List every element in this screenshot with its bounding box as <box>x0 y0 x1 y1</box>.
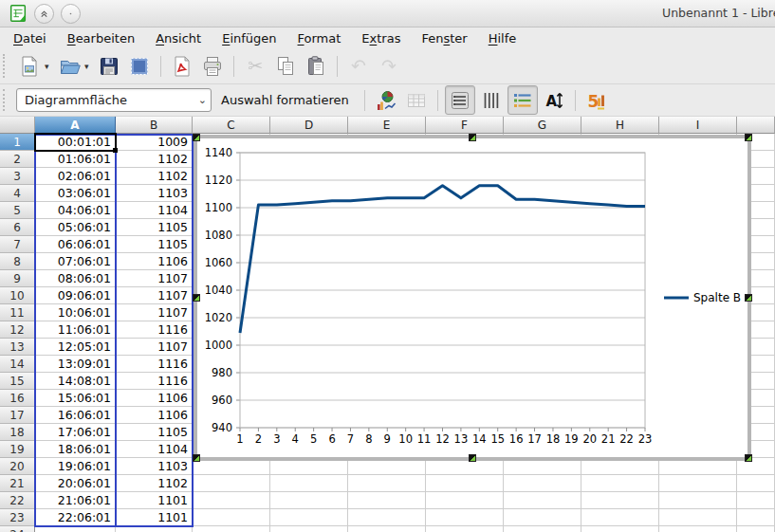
row-header-14[interactable]: 14 <box>0 356 35 373</box>
row-header-17[interactable]: 17 <box>0 407 35 424</box>
open-document-button[interactable] <box>55 52 83 80</box>
cell[interactable] <box>193 526 270 532</box>
legend-toggle-button[interactable] <box>507 85 538 115</box>
row-header-20[interactable]: 20 <box>0 458 35 475</box>
cell-b11[interactable]: 1107 <box>116 304 193 321</box>
column-header-g[interactable]: G <box>504 117 581 134</box>
menu-extras[interactable]: Extras <box>351 29 411 47</box>
copy-button[interactable] <box>271 52 300 80</box>
menu-hilfe[interactable]: Hilfe <box>478 29 527 47</box>
cell-b22[interactable]: 1101 <box>116 492 193 509</box>
cell-b14[interactable]: 1116 <box>116 356 193 373</box>
row-header-5[interactable]: 5 <box>0 202 35 219</box>
column-header-f[interactable]: F <box>426 117 504 134</box>
cell[interactable] <box>659 526 737 532</box>
column-header-i[interactable]: I <box>659 117 737 134</box>
cell[interactable] <box>348 526 426 532</box>
cell-b7[interactable]: 1105 <box>116 236 193 253</box>
embedded-chart[interactable]: 9409609801000102010401060108011001120114… <box>194 135 751 461</box>
cell[interactable] <box>270 475 348 492</box>
resize-handle[interactable] <box>193 134 200 141</box>
cell-a21[interactable]: 20:06:01 <box>35 475 116 492</box>
row-header-18[interactable]: 18 <box>0 424 35 441</box>
cell[interactable] <box>659 475 737 492</box>
resize-handle[interactable] <box>193 454 200 462</box>
export-pdf-button[interactable] <box>168 52 196 80</box>
cell-b1[interactable]: 1009 <box>116 134 193 151</box>
cell-a12[interactable]: 11:06:01 <box>35 321 116 339</box>
row-header-7[interactable]: 7 <box>0 236 35 253</box>
cell-b19[interactable]: 1104 <box>116 441 193 458</box>
cell[interactable] <box>504 475 581 492</box>
cell-b9[interactable]: 1107 <box>116 270 193 287</box>
cell[interactable] <box>193 492 270 509</box>
row-header-22[interactable]: 22 <box>0 492 35 509</box>
cell[interactable] <box>504 526 581 532</box>
row-header-8[interactable]: 8 <box>0 253 35 270</box>
cell-b8[interactable]: 1106 <box>116 253 193 270</box>
cell-a18[interactable]: 17:06:01 <box>35 424 116 441</box>
row-header-12[interactable]: 12 <box>0 321 35 339</box>
menu-bearbeiten[interactable]: Bearbeiten <box>57 29 145 47</box>
chart-canvas[interactable]: 9409609801000102010401060108011001120114… <box>197 138 747 457</box>
paste-button[interactable] <box>302 52 330 80</box>
cell[interactable] <box>659 492 737 509</box>
cell[interactable] <box>426 492 504 509</box>
row-header-23[interactable]: 23 <box>0 509 35 526</box>
cell[interactable] <box>426 475 504 492</box>
menu-datei[interactable]: Datei <box>3 29 57 47</box>
cell-a15[interactable]: 14:08:01 <box>35 373 116 390</box>
dropdown-arrow-icon[interactable] <box>84 52 94 80</box>
row-header-1[interactable]: 1 <box>0 134 35 151</box>
cell-a23[interactable]: 22:06:01 <box>35 509 116 526</box>
cell-b13[interactable]: 1107 <box>116 339 193 356</box>
cell[interactable] <box>737 475 775 492</box>
shade-window-button[interactable] <box>34 4 54 24</box>
cell[interactable] <box>193 475 270 492</box>
cell-a5[interactable]: 04:06:01 <box>35 202 116 219</box>
cell-b5[interactable]: 1104 <box>116 202 193 219</box>
cell-a13[interactable]: 12:05:01 <box>35 339 116 356</box>
column-header-c[interactable]: C <box>193 117 270 134</box>
row-header-10[interactable]: 10 <box>0 287 35 304</box>
new-document-button[interactable] <box>15 52 44 80</box>
automatic-layout-button[interactable]: 5 <box>582 86 611 114</box>
row-header-9[interactable]: 9 <box>0 270 35 287</box>
cell[interactable] <box>737 526 775 532</box>
cell-a22[interactable]: 21:06:01 <box>35 492 116 509</box>
menu-format[interactable]: Format <box>287 29 352 47</box>
cell-a19[interactable]: 18:06:01 <box>35 441 116 458</box>
row-header-24[interactable]: 24 <box>0 526 35 532</box>
row-header-13[interactable]: 13 <box>0 339 35 356</box>
cell-b20[interactable]: 1103 <box>116 458 193 475</box>
cell-a17[interactable]: 16:06:01 <box>35 407 116 424</box>
cell[interactable] <box>581 526 659 532</box>
row-header-11[interactable]: 11 <box>0 304 35 321</box>
cell[interactable] <box>659 509 737 526</box>
cell[interactable] <box>581 509 659 526</box>
cell-b17[interactable]: 1106 <box>116 407 193 424</box>
cell[interactable] <box>426 509 504 526</box>
row-header-6[interactable]: 6 <box>0 219 35 236</box>
row-header-19[interactable]: 19 <box>0 441 35 458</box>
resize-handle[interactable] <box>469 134 476 141</box>
cell-a20[interactable]: 19:06:01 <box>35 458 116 475</box>
chart-type-button[interactable] <box>372 86 400 114</box>
cell-b23[interactable]: 1101 <box>116 509 193 526</box>
cell-b3[interactable]: 1102 <box>116 168 193 185</box>
cell[interactable] <box>426 526 504 532</box>
column-header-e[interactable]: E <box>348 117 426 134</box>
cell-b24[interactable] <box>116 526 193 532</box>
cell[interactable] <box>270 509 348 526</box>
cell-b18[interactable]: 1105 <box>116 424 193 441</box>
cell-b10[interactable]: 1107 <box>116 287 193 304</box>
cell[interactable] <box>581 475 659 492</box>
cell-b6[interactable]: 1105 <box>116 219 193 236</box>
cell-a3[interactable]: 02:06:01 <box>35 168 116 185</box>
text-scaling-button[interactable]: A <box>540 86 568 114</box>
cell-a6[interactable]: 05:06:01 <box>35 219 116 236</box>
row-header-4[interactable]: 4 <box>0 185 35 202</box>
row-header-15[interactable]: 15 <box>0 373 35 390</box>
cell-a14[interactable]: 13:09:01 <box>35 356 116 373</box>
row-header-3[interactable]: 3 <box>0 168 35 185</box>
